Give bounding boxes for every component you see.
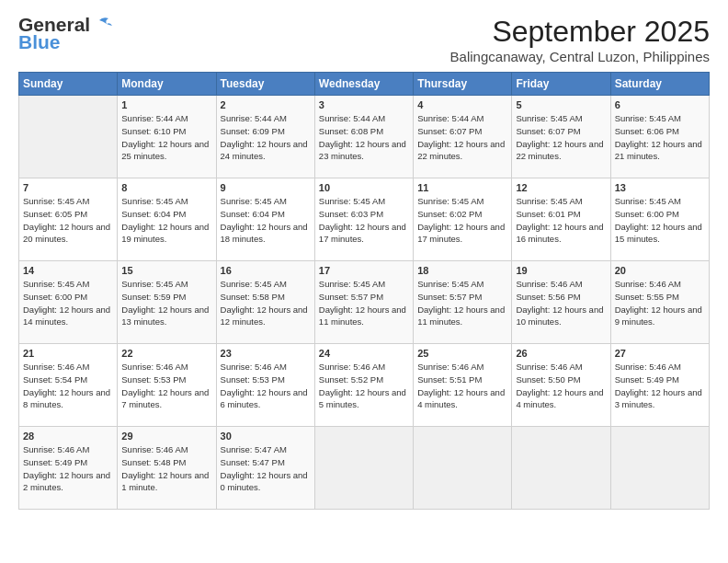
calendar-cell: 21Sunrise: 5:46 AMSunset: 5:54 PMDayligh… <box>19 344 118 427</box>
calendar-table: SundayMondayTuesdayWednesdayThursdayFrid… <box>18 72 710 510</box>
day-number: 9 <box>221 182 311 193</box>
day-info: Sunrise: 5:45 AMSunset: 5:57 PMDaylight:… <box>319 278 409 328</box>
calendar-cell: 26Sunrise: 5:46 AMSunset: 5:50 PMDayligh… <box>512 344 610 427</box>
day-number: 5 <box>516 99 606 110</box>
calendar-cell: 22Sunrise: 5:46 AMSunset: 5:53 PMDayligh… <box>118 344 216 427</box>
day-info: Sunrise: 5:46 AMSunset: 5:48 PMDaylight:… <box>121 443 211 494</box>
calendar-cell: 4Sunrise: 5:44 AMSunset: 6:07 PMDaylight… <box>414 96 512 178</box>
day-number: 27 <box>615 348 705 359</box>
calendar-cell: 6Sunrise: 5:45 AMSunset: 6:06 PMDaylight… <box>610 96 709 178</box>
calendar-cell: 28Sunrise: 5:46 AMSunset: 5:49 PMDayligh… <box>19 427 118 510</box>
day-number: 28 <box>23 431 113 442</box>
day-info: Sunrise: 5:45 AMSunset: 6:02 PMDaylight:… <box>417 195 507 246</box>
title-block: September 2025 Balingcanaway, Central Lu… <box>450 15 710 64</box>
calendar-week-row: 1Sunrise: 5:44 AMSunset: 6:10 PMDaylight… <box>19 96 710 178</box>
column-header-wednesday: Wednesday <box>314 73 413 96</box>
column-header-saturday: Saturday <box>610 73 709 96</box>
calendar-cell: 11Sunrise: 5:45 AMSunset: 6:02 PMDayligh… <box>414 178 512 261</box>
calendar-cell: 1Sunrise: 5:44 AMSunset: 6:10 PMDaylight… <box>118 96 216 178</box>
calendar-cell <box>19 96 118 178</box>
day-info: Sunrise: 5:45 AMSunset: 6:00 PMDaylight:… <box>23 278 113 328</box>
day-number: 18 <box>417 265 507 276</box>
calendar-cell: 3Sunrise: 5:44 AMSunset: 6:08 PMDaylight… <box>314 96 413 178</box>
calendar-cell: 10Sunrise: 5:45 AMSunset: 6:03 PMDayligh… <box>314 178 413 261</box>
month-title: September 2025 <box>450 15 710 49</box>
day-info: Sunrise: 5:46 AMSunset: 5:49 PMDaylight:… <box>23 443 113 494</box>
calendar-header-row: SundayMondayTuesdayWednesdayThursdayFrid… <box>19 73 710 96</box>
day-number: 19 <box>516 265 606 276</box>
day-info: Sunrise: 5:46 AMSunset: 5:54 PMDaylight:… <box>23 361 113 411</box>
calendar-cell: 17Sunrise: 5:45 AMSunset: 5:57 PMDayligh… <box>314 261 413 344</box>
day-number: 21 <box>23 348 113 359</box>
calendar-week-row: 7Sunrise: 5:45 AMSunset: 6:05 PMDaylight… <box>19 178 710 261</box>
day-info: Sunrise: 5:46 AMSunset: 5:51 PMDaylight:… <box>417 361 507 411</box>
calendar-cell: 20Sunrise: 5:46 AMSunset: 5:55 PMDayligh… <box>610 261 709 344</box>
day-number: 13 <box>615 182 705 193</box>
day-number: 10 <box>319 182 409 193</box>
day-number: 20 <box>615 265 705 276</box>
calendar-cell: 2Sunrise: 5:44 AMSunset: 6:09 PMDaylight… <box>216 96 314 178</box>
column-header-monday: Monday <box>118 73 216 96</box>
day-info: Sunrise: 5:45 AMSunset: 6:04 PMDaylight:… <box>221 195 311 246</box>
logo-text-blue: Blue <box>18 32 61 52</box>
calendar-cell <box>414 427 512 510</box>
day-number: 11 <box>417 182 507 193</box>
day-number: 17 <box>319 265 409 276</box>
day-number: 6 <box>615 99 705 110</box>
day-info: Sunrise: 5:46 AMSunset: 5:49 PMDaylight:… <box>615 361 705 411</box>
column-header-thursday: Thursday <box>414 73 512 96</box>
page-header: General Blue September 2025 Balingcanawa… <box>18 15 710 64</box>
day-number: 25 <box>417 348 507 359</box>
day-info: Sunrise: 5:46 AMSunset: 5:56 PMDaylight:… <box>516 278 606 328</box>
calendar-cell: 15Sunrise: 5:45 AMSunset: 5:59 PMDayligh… <box>118 261 216 344</box>
day-info: Sunrise: 5:45 AMSunset: 6:07 PMDaylight:… <box>516 112 606 163</box>
calendar-cell: 19Sunrise: 5:46 AMSunset: 5:56 PMDayligh… <box>512 261 610 344</box>
location-text: Balingcanaway, Central Luzon, Philippine… <box>450 49 710 64</box>
column-header-sunday: Sunday <box>19 73 118 96</box>
day-number: 15 <box>121 265 211 276</box>
day-number: 26 <box>516 348 606 359</box>
calendar-cell: 8Sunrise: 5:45 AMSunset: 6:04 PMDaylight… <box>118 178 216 261</box>
day-info: Sunrise: 5:45 AMSunset: 6:01 PMDaylight:… <box>516 195 606 246</box>
day-number: 2 <box>221 99 311 110</box>
day-info: Sunrise: 5:45 AMSunset: 6:04 PMDaylight:… <box>121 195 211 246</box>
day-info: Sunrise: 5:44 AMSunset: 6:10 PMDaylight:… <box>121 112 211 163</box>
calendar-cell: 24Sunrise: 5:46 AMSunset: 5:52 PMDayligh… <box>314 344 413 427</box>
day-number: 14 <box>23 265 113 276</box>
calendar-cell: 16Sunrise: 5:45 AMSunset: 5:58 PMDayligh… <box>216 261 314 344</box>
calendar-cell: 18Sunrise: 5:45 AMSunset: 5:57 PMDayligh… <box>414 261 512 344</box>
day-number: 29 <box>121 431 211 442</box>
calendar-cell: 5Sunrise: 5:45 AMSunset: 6:07 PMDaylight… <box>512 96 610 178</box>
column-header-friday: Friday <box>512 73 610 96</box>
calendar-cell <box>314 427 413 510</box>
calendar-cell: 12Sunrise: 5:45 AMSunset: 6:01 PMDayligh… <box>512 178 610 261</box>
day-info: Sunrise: 5:45 AMSunset: 6:06 PMDaylight:… <box>615 112 705 163</box>
calendar-cell: 7Sunrise: 5:45 AMSunset: 6:05 PMDaylight… <box>19 178 118 261</box>
logo: General Blue <box>18 15 112 52</box>
calendar-cell: 25Sunrise: 5:46 AMSunset: 5:51 PMDayligh… <box>414 344 512 427</box>
day-number: 16 <box>221 265 311 276</box>
calendar-cell: 29Sunrise: 5:46 AMSunset: 5:48 PMDayligh… <box>118 427 216 510</box>
calendar-week-row: 21Sunrise: 5:46 AMSunset: 5:54 PMDayligh… <box>19 344 710 427</box>
calendar-cell: 13Sunrise: 5:45 AMSunset: 6:00 PMDayligh… <box>610 178 709 261</box>
day-info: Sunrise: 5:47 AMSunset: 5:47 PMDaylight:… <box>221 443 311 494</box>
day-info: Sunrise: 5:44 AMSunset: 6:09 PMDaylight:… <box>221 112 311 163</box>
day-info: Sunrise: 5:46 AMSunset: 5:53 PMDaylight:… <box>221 361 311 411</box>
day-number: 22 <box>121 348 211 359</box>
day-number: 8 <box>121 182 211 193</box>
day-number: 4 <box>417 99 507 110</box>
day-info: Sunrise: 5:44 AMSunset: 6:07 PMDaylight:… <box>417 112 507 163</box>
day-number: 12 <box>516 182 606 193</box>
day-info: Sunrise: 5:46 AMSunset: 5:53 PMDaylight:… <box>121 361 211 411</box>
calendar-cell <box>512 427 610 510</box>
calendar-week-row: 28Sunrise: 5:46 AMSunset: 5:49 PMDayligh… <box>19 427 710 510</box>
day-info: Sunrise: 5:46 AMSunset: 5:52 PMDaylight:… <box>319 361 409 411</box>
calendar-cell <box>610 427 709 510</box>
column-header-tuesday: Tuesday <box>216 73 314 96</box>
day-info: Sunrise: 5:46 AMSunset: 5:55 PMDaylight:… <box>615 278 705 328</box>
day-info: Sunrise: 5:45 AMSunset: 6:00 PMDaylight:… <box>615 195 705 246</box>
day-info: Sunrise: 5:46 AMSunset: 5:50 PMDaylight:… <box>516 361 606 411</box>
day-number: 30 <box>221 431 311 442</box>
day-info: Sunrise: 5:45 AMSunset: 5:57 PMDaylight:… <box>417 278 507 328</box>
day-info: Sunrise: 5:45 AMSunset: 6:03 PMDaylight:… <box>319 195 409 246</box>
